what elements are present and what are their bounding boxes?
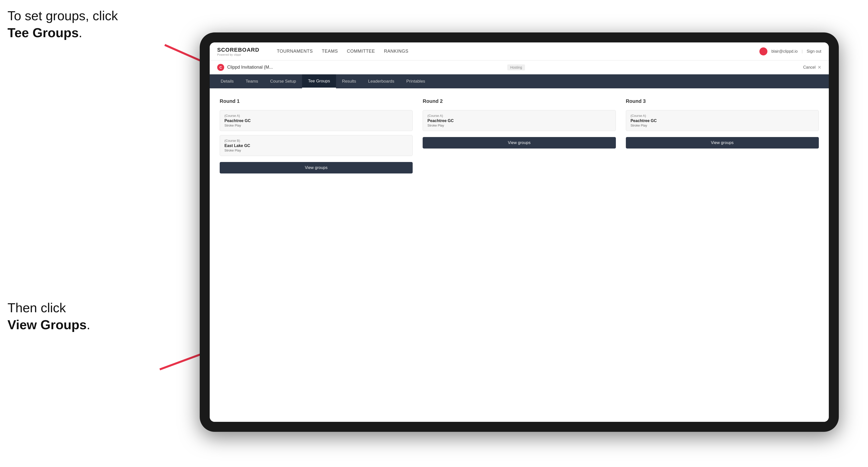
round-2-course-a-name: Peachtree GC (427, 119, 611, 123)
nav-rankings[interactable]: RANKINGS (384, 49, 408, 54)
nav-committee[interactable]: COMMITTEE (347, 49, 375, 54)
user-email: blair@clippd.io (771, 49, 798, 54)
tab-details[interactable]: Details (215, 74, 240, 88)
instruction-bottom-line2: View Groups (7, 317, 87, 332)
round-2-section: Round 2 (Course A) Peachtree GC Stroke P… (423, 98, 616, 149)
instruction-top-punct: . (79, 26, 82, 40)
logo-text: SCOREBOARD (217, 47, 259, 53)
tab-printables[interactable]: Printables (400, 74, 431, 88)
close-icon[interactable]: ✕ (817, 65, 821, 70)
round-1-course-a: (Course A) Peachtree GC Stroke Play (220, 110, 413, 131)
round-1-course-a-name: Peachtree GC (224, 119, 408, 123)
round-2-title: Round 2 (423, 98, 616, 104)
instruction-top-line1: To set groups, click (7, 8, 118, 23)
view-groups-button-round-2[interactable]: View groups (423, 137, 616, 149)
navbar: SCOREBOARD Powered by clippt TOURNAMENTS… (210, 42, 829, 60)
instruction-bottom-punct: . (87, 317, 90, 332)
tournament-badge: Hosting (507, 64, 525, 70)
round-1-course-b-name: East Lake GC (224, 144, 408, 148)
round-3-title: Round 3 (626, 98, 819, 104)
tab-bar: Details Teams Course Setup Tee Groups Re… (210, 74, 829, 88)
view-groups-button-round-1[interactable]: View groups (220, 162, 413, 174)
nav-teams[interactable]: TEAMS (322, 49, 338, 54)
round-1-course-b-label: (Course B) (224, 139, 408, 143)
rounds-grid: Round 1 (Course A) Peachtree GC Stroke P… (220, 98, 819, 174)
tab-tee-groups[interactable]: Tee Groups (302, 74, 336, 88)
round-2-course-a: (Course A) Peachtree GC Stroke Play (423, 110, 616, 131)
tablet-screen: SCOREBOARD Powered by clippt TOURNAMENTS… (210, 42, 829, 422)
round-1-course-b: (Course B) East Lake GC Stroke Play (220, 135, 413, 156)
avatar (760, 48, 767, 55)
nav-tournaments[interactable]: TOURNAMENTS (277, 49, 313, 54)
round-1-section: Round 1 (Course A) Peachtree GC Stroke P… (220, 98, 413, 174)
tablet-device: SCOREBOARD Powered by clippt TOURNAMENTS… (200, 32, 839, 432)
tournament-logo: C (217, 64, 224, 71)
main-content: Round 1 (Course A) Peachtree GC Stroke P… (210, 88, 829, 422)
round-3-course-a-type: Stroke Play (630, 124, 814, 127)
round-3-section: Round 3 (Course A) Peachtree GC Stroke P… (626, 98, 819, 149)
tab-results[interactable]: Results (336, 74, 362, 88)
round-1-course-a-type: Stroke Play (224, 124, 408, 127)
sign-out-link[interactable]: Sign out (807, 49, 821, 54)
round-2-course-a-type: Stroke Play (427, 124, 611, 127)
instruction-bottom: Then click View Groups. (7, 300, 90, 333)
nav-links: TOURNAMENTS TEAMS COMMITTEE RANKINGS (277, 49, 760, 54)
round-2-course-a-label: (Course A) (427, 114, 611, 118)
round-1-course-a-label: (Course A) (224, 114, 408, 118)
instruction-top: To set groups, click Tee Groups. (7, 7, 118, 41)
tab-course-setup[interactable]: Course Setup (264, 74, 302, 88)
logo-sub: Powered by clippt (217, 53, 259, 56)
tab-leaderboards[interactable]: Leaderboards (362, 74, 400, 88)
cancel-button[interactable]: Cancel (803, 65, 815, 70)
nav-right: blair@clippd.io | Sign out (760, 48, 821, 55)
logo-area: SCOREBOARD Powered by clippt (217, 47, 267, 56)
tournament-header: C Clippd Invitational (M... Hosting Canc… (210, 60, 829, 74)
round-3-course-a-name: Peachtree GC (630, 119, 814, 123)
tab-teams[interactable]: Teams (240, 74, 264, 88)
instruction-bottom-line1: Then click (7, 301, 66, 315)
instruction-top-line2: Tee Groups (7, 26, 79, 40)
view-groups-button-round-3[interactable]: View groups (626, 137, 819, 149)
round-3-course-a: (Course A) Peachtree GC Stroke Play (626, 110, 819, 131)
tournament-name: Clippd Invitational (M... (227, 65, 505, 70)
round-3-course-a-label: (Course A) (630, 114, 814, 118)
round-1-title: Round 1 (220, 98, 413, 104)
round-1-course-b-type: Stroke Play (224, 149, 408, 152)
